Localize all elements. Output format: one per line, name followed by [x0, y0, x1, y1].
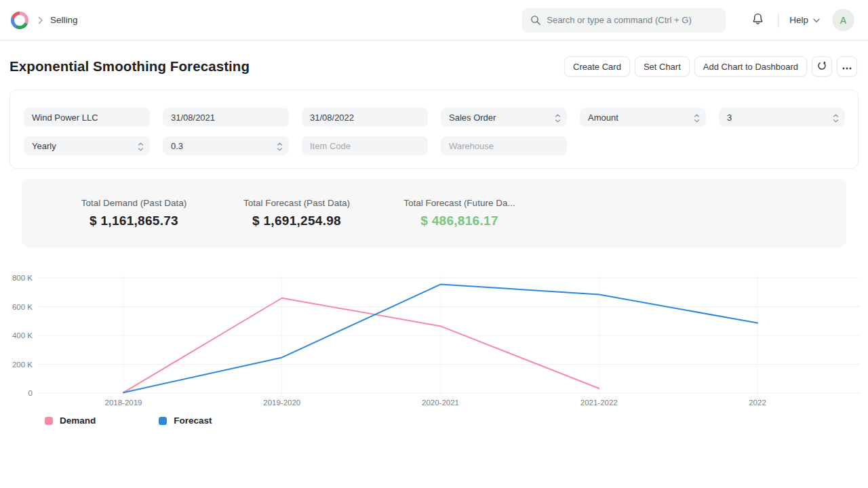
ellipsis-icon [842, 62, 852, 72]
navbar-divider [778, 13, 778, 28]
summary-value: $ 1,691,254.98 [217, 214, 376, 228]
svg-text:2018-2019: 2018-2019 [105, 399, 142, 407]
svg-text:2020-2021: 2020-2021 [422, 399, 459, 407]
refresh-icon [817, 61, 827, 73]
select-value: Amount [588, 113, 618, 123]
periods-select[interactable]: 3 [719, 108, 845, 127]
item-code-field [302, 136, 428, 155]
select-chevrons-icon [833, 113, 839, 125]
page-title: Exponential Smoothing Forecasting [9, 58, 250, 75]
summary-label: Total Demand (Past Data) [54, 198, 214, 208]
company-field [24, 108, 150, 127]
search-icon [530, 15, 541, 28]
select-value: 3 [727, 113, 732, 123]
help-label: Help [789, 15, 808, 25]
select-value: Yearly [32, 141, 56, 151]
add-chart-to-dashboard-button[interactable]: Add Chart to Dashboard [694, 56, 807, 77]
navbar: Selling Help A [0, 0, 868, 41]
svg-text:200 K: 200 K [12, 361, 33, 369]
app-logo-icon[interactable] [11, 12, 28, 29]
notifications-button[interactable] [749, 9, 767, 30]
summary-total-forecast-past: Total Forecast (Past Data) $ 1,691,254.9… [217, 198, 376, 228]
forecast-chart: 0200 K400 K600 K800 K2018-20192019-20202… [0, 268, 868, 426]
search-input[interactable] [522, 8, 726, 33]
demand-legend-marker [45, 417, 53, 425]
summary-total-forecast-future: Total Forecast (Future Da... $ 486,816.1… [380, 198, 539, 228]
select-chevrons-icon [277, 142, 283, 154]
more-options-button[interactable] [837, 56, 857, 77]
from-date-field [163, 108, 289, 127]
line-chart-svg: 0200 K400 K600 K800 K2018-20192019-20202… [0, 268, 868, 409]
company-input[interactable] [24, 108, 150, 127]
svg-text:400 K: 400 K [12, 331, 33, 340]
summary-card: Total Demand (Past Data) $ 1,161,865.73 … [22, 179, 846, 247]
forecast-legend-marker [159, 417, 167, 425]
refresh-button[interactable] [812, 56, 832, 77]
summary-value: $ 486,816.17 [380, 214, 539, 228]
to-date-input[interactable] [302, 108, 428, 127]
breadcrumb-chevron-icon [38, 16, 43, 24]
select-chevrons-icon [138, 142, 144, 154]
create-card-button[interactable]: Create Card [564, 56, 630, 77]
filter-section: Sales Order Amount 3 Yearly [9, 89, 859, 169]
warehouse-field [441, 136, 567, 155]
help-menu-button[interactable]: Help [789, 15, 820, 25]
from-date-input[interactable] [163, 108, 289, 127]
warehouse-input[interactable] [441, 136, 567, 155]
legend-item-demand: Demand [45, 415, 96, 426]
select-value: Sales Order [449, 113, 496, 123]
filter-row-1: Sales Order Amount 3 [24, 108, 848, 127]
page-header: Exponential Smoothing Forecasting Create… [0, 56, 868, 77]
smoothing-constant-select[interactable]: 0.3 [163, 136, 289, 155]
legend-item-forecast: Forecast [159, 415, 212, 426]
select-value: 0.3 [171, 141, 183, 151]
svg-text:2022: 2022 [749, 399, 766, 407]
based-on-field-select[interactable]: Amount [580, 108, 706, 127]
avatar-initial: A [840, 15, 846, 26]
select-chevrons-icon [694, 113, 700, 125]
chevron-down-icon [813, 15, 820, 25]
avatar[interactable]: A [832, 9, 854, 31]
summary-value: $ 1,161,865.73 [54, 214, 214, 228]
summary-label: Total Forecast (Past Data) [217, 198, 376, 208]
header-actions: Create Card Set Chart Add Chart to Dashb… [564, 56, 857, 77]
svg-text:800 K: 800 K [12, 274, 33, 282]
bell-icon [751, 12, 764, 28]
legend-label: Demand [60, 415, 96, 426]
item-code-input[interactable] [302, 136, 428, 155]
breadcrumb-selling[interactable]: Selling [50, 15, 78, 25]
period-interval-select[interactable]: Yearly [24, 136, 150, 155]
svg-text:600 K: 600 K [12, 303, 33, 311]
set-chart-button[interactable]: Set Chart [635, 56, 690, 77]
chart-legend: Demand Forecast [45, 415, 868, 426]
app-window: Selling Help A Exponential Smoothing For… [0, 0, 868, 488]
select-chevrons-icon [555, 113, 561, 125]
based-on-document-select[interactable]: Sales Order [441, 108, 567, 127]
legend-label: Forecast [174, 415, 212, 426]
svg-text:2019-2020: 2019-2020 [263, 399, 300, 407]
global-search [522, 8, 726, 33]
summary-total-demand: Total Demand (Past Data) $ 1,161,865.73 [54, 198, 214, 228]
svg-text:2021-2022: 2021-2022 [580, 399, 618, 407]
filter-row-2: Yearly 0.3 [24, 136, 848, 155]
svg-text:0: 0 [28, 389, 33, 397]
to-date-field [302, 108, 428, 127]
summary-label: Total Forecast (Future Da... [380, 198, 539, 208]
